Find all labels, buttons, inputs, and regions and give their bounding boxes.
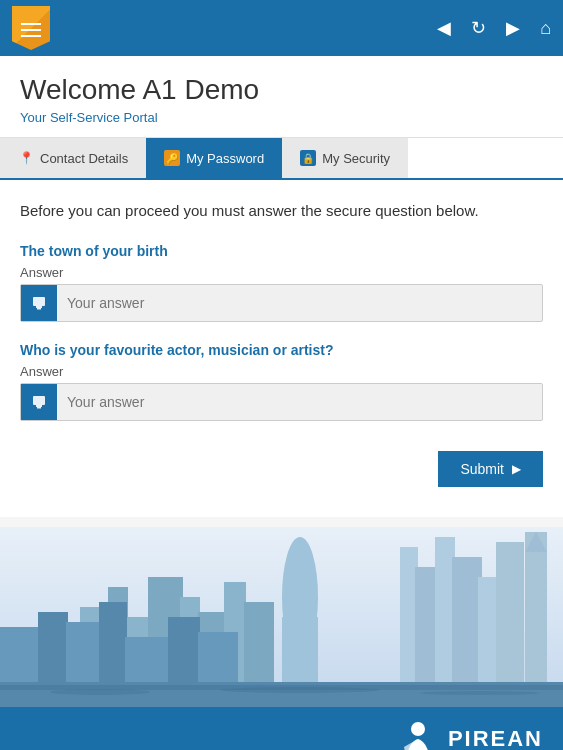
menu-icon xyxy=(21,23,41,37)
page-title: Welcome A1 Demo xyxy=(20,74,543,106)
lock-icon: 🔒 xyxy=(300,150,316,166)
skyline-illustration xyxy=(0,527,563,707)
answer2-input[interactable] xyxy=(57,386,542,418)
svg-rect-2 xyxy=(37,308,41,310)
top-nav-icons: ◀ ↻ ▶ ⌂ xyxy=(437,17,551,39)
top-bar: ◀ ↻ ▶ ⌂ xyxy=(0,0,563,56)
answer2-label: Answer xyxy=(20,364,543,379)
forward-button[interactable]: ▶ xyxy=(506,17,520,39)
answer1-input[interactable] xyxy=(57,287,542,319)
home-button[interactable]: ⌂ xyxy=(540,18,551,39)
answer1-wrapper xyxy=(20,284,543,322)
question2-section: Who is your favourite actor, musician or… xyxy=(20,342,543,421)
pirean-logo: PIREAN xyxy=(398,719,543,750)
brand-name: PIREAN xyxy=(448,726,543,750)
tab-my-security[interactable]: 🔒 My Security xyxy=(282,138,408,178)
svg-rect-5 xyxy=(37,407,41,409)
svg-rect-1 xyxy=(36,306,42,308)
svg-rect-0 xyxy=(33,297,45,306)
tab-bar: Contact Details 🔑 My Password 🔒 My Secur… xyxy=(0,138,563,180)
answer1-label: Answer xyxy=(20,265,543,280)
submit-area: Submit ▶ xyxy=(20,441,543,487)
input2-icon xyxy=(21,384,57,420)
question1-section: The town of your birth Answer xyxy=(20,243,543,322)
main-content: Before you can proceed you must answer t… xyxy=(0,180,563,517)
svg-rect-12 xyxy=(496,542,524,687)
page-header: Welcome A1 Demo Your Self-Service Portal xyxy=(0,56,563,138)
question2-label: Who is your favourite actor, musician or… xyxy=(20,342,543,358)
pin-icon xyxy=(18,150,34,166)
pirean-icon xyxy=(398,719,438,750)
tab-my-password[interactable]: 🔑 My Password xyxy=(146,138,282,178)
submit-button[interactable]: Submit ▶ xyxy=(438,451,543,487)
question1-label: The town of your birth xyxy=(20,243,543,259)
footer: PIREAN xyxy=(0,707,563,751)
tab-contact-details[interactable]: Contact Details xyxy=(0,138,146,178)
logo-area xyxy=(12,6,60,50)
svg-rect-4 xyxy=(36,405,42,407)
svg-point-34 xyxy=(50,689,150,695)
app-logo xyxy=(12,6,50,50)
svg-rect-23 xyxy=(525,532,547,687)
submit-arrow-icon: ▶ xyxy=(512,462,521,476)
input1-icon xyxy=(21,285,57,321)
svg-rect-3 xyxy=(33,396,45,405)
svg-rect-14 xyxy=(282,617,318,692)
intro-text: Before you can proceed you must answer t… xyxy=(20,200,543,223)
svg-rect-10 xyxy=(452,557,482,687)
svg-point-36 xyxy=(420,691,540,695)
svg-point-37 xyxy=(411,722,425,736)
svg-point-35 xyxy=(220,687,380,693)
back-button[interactable]: ◀ xyxy=(437,17,451,39)
key-icon: 🔑 xyxy=(164,150,180,166)
refresh-button[interactable]: ↻ xyxy=(471,17,486,39)
page-subtitle: Your Self-Service Portal xyxy=(20,110,543,125)
answer2-wrapper xyxy=(20,383,543,421)
